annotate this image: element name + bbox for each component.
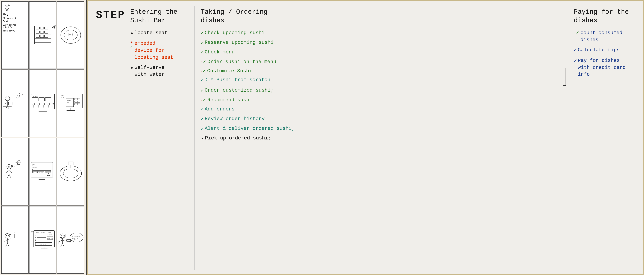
svg-line-80 xyxy=(7,174,9,178)
star-icon-order: ✦ xyxy=(201,59,203,65)
bracket-items: ✦ ✓ Customize Sushi ✓ DIY Sushi from scr… xyxy=(201,68,561,86)
task-check-upcoming: ✓ Check upcoming sushi xyxy=(201,29,567,37)
check-icon-alert: ✓ xyxy=(201,125,204,133)
task-count-dishes: ✦ ✓ Count consumeddishes xyxy=(574,29,636,43)
svg-text:Total: Total xyxy=(48,232,52,233)
svg-rect-92 xyxy=(32,169,51,171)
svg-text:Add to cart: Add to cart xyxy=(39,172,44,173)
sketch-cell-girl-happy: So efficient, I love it! :D xyxy=(57,206,84,274)
svg-rect-69 xyxy=(77,98,80,100)
sketch-girl-kiosk-icon: Tablet xyxy=(2,207,28,274)
check-icon-2: ✓ xyxy=(201,39,204,47)
star-icon-count: ✦ xyxy=(574,30,576,36)
task-text-order-customized: Order customized sushi; xyxy=(205,87,274,94)
persona-role: Senior xyxy=(3,20,10,22)
task-text-check-upcoming: Check upcoming sushi xyxy=(205,29,264,36)
task-diy: ✓ DIY Sushi from scratch xyxy=(201,76,561,83)
svg-point-32 xyxy=(5,96,10,101)
check-icon-add: ✓ xyxy=(201,106,204,113)
persona-trait-1: Busy course schedule xyxy=(3,24,27,28)
check-icon-embeded: ✓ xyxy=(130,45,133,49)
svg-line-79 xyxy=(9,170,12,173)
entering-column: Entering theSushi Bar • locate seat ✦ ✓ … xyxy=(127,6,192,270)
sketch-cell-shelves xyxy=(29,1,56,69)
task-text-recommend: Recommend sushi xyxy=(208,97,252,104)
svg-point-43 xyxy=(17,95,19,97)
svg-point-124 xyxy=(8,235,8,236)
svg-text:Kitchen: Kitchen xyxy=(33,96,38,97)
svg-point-153 xyxy=(63,236,64,236)
svg-text:D: D xyxy=(35,240,36,241)
bullet-icon-pickup: • xyxy=(201,135,204,143)
task-alert-deliver: ✓ Alert & deliver ordered sushi; xyxy=(201,125,567,133)
svg-rect-16 xyxy=(36,31,40,33)
paying-column: Paying for thedishes ✦ ✓ Count consumedd… xyxy=(571,6,636,270)
task-text-locate-seat: locate seat xyxy=(134,29,168,36)
persona-name: May xyxy=(3,13,8,16)
sketch-cell-girl-kiosk: Tablet xyxy=(1,206,28,274)
task-order-sushi-menu: ✦ ✓ Order sushi on the menu xyxy=(201,58,567,65)
task-text-order-menu: Order sushi on the menu xyxy=(208,58,276,65)
sketch-cell-checkout: Your Dishes Total $ 23.55 A B C D Check … xyxy=(29,206,56,274)
svg-point-54 xyxy=(42,103,44,105)
svg-point-105 xyxy=(63,169,78,178)
sketch-conveyor-order-icon xyxy=(58,138,84,205)
sketch-checkout-icon: Your Dishes Total $ 23.55 A B C D Check … xyxy=(30,207,56,274)
check-icon-custom-order: ✓ xyxy=(201,87,204,94)
svg-line-3 xyxy=(7,8,9,8)
divider-1 xyxy=(194,6,194,270)
svg-text:Roll: Roll xyxy=(61,97,64,98)
svg-line-78 xyxy=(6,170,9,173)
task-text-pay-dishes: Pay for disheswith credit cardinfo xyxy=(578,57,626,78)
task-text-customize: Customize Sushi xyxy=(207,68,252,75)
svg-rect-14 xyxy=(40,27,44,29)
svg-point-44 xyxy=(19,93,22,96)
sketch-girl-happy-icon: So efficient, I love it! :D xyxy=(58,207,84,274)
svg-rect-70 xyxy=(74,101,77,102)
svg-point-110 xyxy=(64,170,65,170)
sketch-shelves-icon xyxy=(30,1,56,68)
svg-rect-72 xyxy=(74,103,77,105)
sketch-cell-kitchen: Kitchen xyxy=(29,69,56,137)
svg-rect-35 xyxy=(8,102,12,105)
svg-rect-20 xyxy=(40,35,44,37)
svg-point-56 xyxy=(48,103,50,105)
svg-line-34 xyxy=(5,102,7,104)
persona-figure-icon xyxy=(3,3,12,12)
task-order-customized: ✓ Order customized sushi; xyxy=(201,87,567,94)
task-locate-seat: • locate seat xyxy=(130,29,192,38)
task-text-pickup: Pick up ordered sushi; xyxy=(205,135,271,142)
sketch-menu-roll-icon: Menu Roll Dragon Roll xyxy=(58,70,84,137)
sketch-cell-menu-roll: Menu Roll Dragon Roll xyxy=(57,69,84,137)
svg-rect-15 xyxy=(44,27,48,29)
svg-text:Buy it now: Buy it now xyxy=(46,172,50,173)
task-calculate-tips: ✓ Calculate tips xyxy=(574,47,636,54)
sketch-menu-cancel-icon: Menu Roll Cancel Be order Add to cart Bu… xyxy=(30,138,56,205)
svg-line-37 xyxy=(6,106,8,109)
sketch-girl-tablet-icon xyxy=(2,70,28,137)
paying-heading: Paying for thedishes xyxy=(574,8,636,25)
task-text-self-serve: Self-Servewith water xyxy=(134,64,164,78)
step-heading: STEP xyxy=(96,9,127,21)
svg-rect-21 xyxy=(44,35,48,37)
svg-point-6 xyxy=(6,5,7,5)
svg-point-42 xyxy=(16,98,17,99)
svg-line-121 xyxy=(6,243,8,247)
svg-line-119 xyxy=(4,240,7,242)
svg-rect-19 xyxy=(36,35,40,37)
task-text-calculate-tips: Calculate tips xyxy=(578,47,620,54)
sketch-cell-menu-cancel: Menu Roll Cancel Be order Add to cart Bu… xyxy=(29,138,56,206)
svg-text:Roll: Roll xyxy=(66,102,70,103)
whiteboard-content: STEP Entering theSushi Bar • locate seat… xyxy=(96,6,636,270)
svg-text:Check out: Check out xyxy=(47,238,53,239)
svg-line-122 xyxy=(7,243,9,247)
svg-line-151 xyxy=(62,243,64,247)
svg-point-84 xyxy=(13,165,15,166)
task-text-check-menu: Check menu xyxy=(205,49,234,56)
task-text-count-dishes: Count consumeddishes xyxy=(580,29,622,43)
task-text-diy: DIY Sushi from scratch xyxy=(204,76,270,83)
svg-text:Tablet: Tablet xyxy=(14,232,19,234)
svg-point-123 xyxy=(6,235,7,236)
svg-line-120 xyxy=(7,239,10,240)
sketch-cell-conveyor-top: Tablet xyxy=(57,1,84,69)
